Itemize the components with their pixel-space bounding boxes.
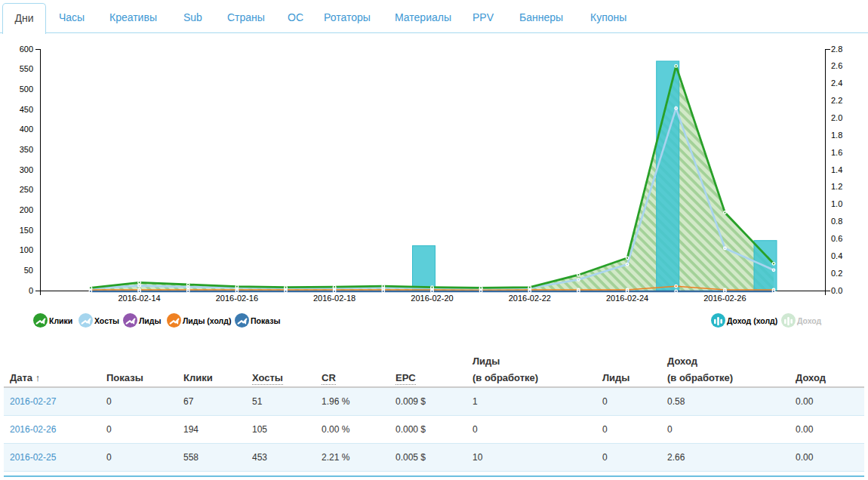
svg-text:0.2: 0.2 (831, 269, 842, 278)
svg-text:2.6: 2.6 (831, 61, 842, 70)
svg-text:2016-02-14: 2016-02-14 (118, 294, 160, 303)
svg-text:1.2: 1.2 (831, 182, 842, 191)
svg-text:500: 500 (20, 85, 33, 94)
svg-text:2016-02-22: 2016-02-22 (509, 294, 551, 303)
svg-text:0.8: 0.8 (831, 217, 842, 226)
svg-text:2016-02-16: 2016-02-16 (216, 294, 258, 303)
svg-text:0.0: 0.0 (831, 286, 842, 295)
svg-text:2016-02-18: 2016-02-18 (313, 294, 356, 303)
svg-text:600: 600 (20, 45, 33, 54)
svg-text:1.6: 1.6 (831, 148, 842, 157)
svg-text:400: 400 (20, 125, 33, 134)
svg-text:2016-02-26: 2016-02-26 (703, 294, 746, 303)
svg-text:100: 100 (20, 245, 33, 254)
svg-text:1.0: 1.0 (831, 199, 842, 208)
svg-text:2.0: 2.0 (831, 113, 842, 122)
svg-text:1.8: 1.8 (831, 131, 842, 140)
svg-text:2016-02-20: 2016-02-20 (411, 294, 453, 303)
svg-text:300: 300 (20, 165, 33, 174)
svg-text:200: 200 (20, 205, 33, 214)
svg-text:450: 450 (20, 105, 33, 114)
svg-text:550: 550 (20, 64, 33, 73)
svg-text:50: 50 (24, 266, 33, 275)
svg-text:2.8: 2.8 (831, 45, 842, 54)
svg-text:1.4: 1.4 (831, 165, 842, 174)
svg-text:2.4: 2.4 (831, 78, 842, 88)
svg-text:150: 150 (20, 226, 33, 235)
svg-text:2016-02-24: 2016-02-24 (606, 294, 648, 303)
svg-text:350: 350 (20, 145, 33, 154)
svg-text:0.4: 0.4 (831, 251, 842, 260)
svg-text:0: 0 (29, 286, 33, 295)
svg-text:0.6: 0.6 (831, 234, 842, 243)
svg-text:250: 250 (20, 185, 33, 194)
svg-text:2.2: 2.2 (831, 96, 842, 105)
